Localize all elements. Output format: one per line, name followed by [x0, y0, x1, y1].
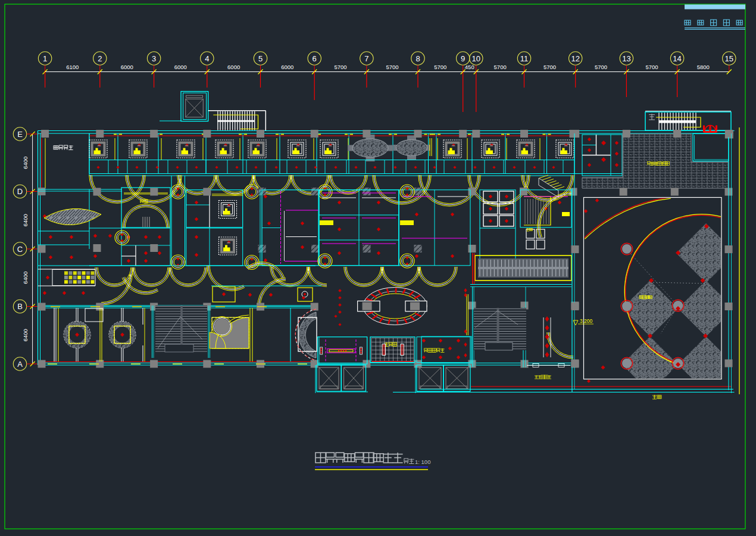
svg-text:5700: 5700 [543, 64, 556, 70]
svg-text:6000: 6000 [174, 64, 187, 70]
svg-text:1: 100: 1: 100 [415, 459, 430, 465]
svg-text:3: 3 [152, 54, 156, 63]
svg-text:5: 5 [258, 54, 263, 63]
svg-text:3.200: 3.200 [580, 318, 593, 324]
svg-text:A: A [17, 360, 23, 369]
svg-text:10: 10 [472, 54, 480, 63]
svg-text:7: 7 [364, 54, 368, 63]
svg-text:13: 13 [622, 54, 630, 63]
svg-text:5700: 5700 [386, 64, 398, 70]
svg-text:5700: 5700 [595, 64, 607, 70]
svg-text:450: 450 [465, 64, 474, 70]
svg-text:D: D [17, 187, 23, 196]
svg-text:6400: 6400 [22, 329, 29, 341]
svg-text:2: 2 [98, 54, 102, 63]
svg-text:12: 12 [571, 54, 579, 63]
svg-text:6400: 6400 [22, 272, 29, 284]
svg-text:5700: 5700 [434, 64, 446, 70]
svg-text:5700: 5700 [334, 64, 346, 70]
svg-text:5800: 5800 [697, 64, 710, 70]
svg-text:C: C [17, 245, 23, 254]
svg-text:1: 1 [43, 54, 47, 63]
svg-text:11: 11 [520, 54, 529, 63]
svg-text:8: 8 [416, 54, 420, 63]
svg-text:6400: 6400 [22, 214, 29, 226]
svg-text:6400: 6400 [22, 157, 29, 169]
svg-text:6000: 6000 [281, 64, 293, 70]
svg-text:14: 14 [673, 54, 681, 63]
svg-text:5700: 5700 [645, 64, 658, 70]
svg-text:6100: 6100 [66, 64, 79, 70]
svg-text:6000: 6000 [121, 64, 133, 70]
svg-text:9: 9 [461, 54, 465, 63]
svg-text:6: 6 [313, 54, 317, 63]
svg-text:4: 4 [205, 54, 209, 63]
svg-text:B: B [17, 302, 23, 311]
svg-text:15: 15 [725, 54, 733, 63]
svg-text:6000: 6000 [227, 64, 240, 70]
svg-text:E: E [17, 130, 23, 139]
svg-text:5700: 5700 [494, 64, 507, 70]
